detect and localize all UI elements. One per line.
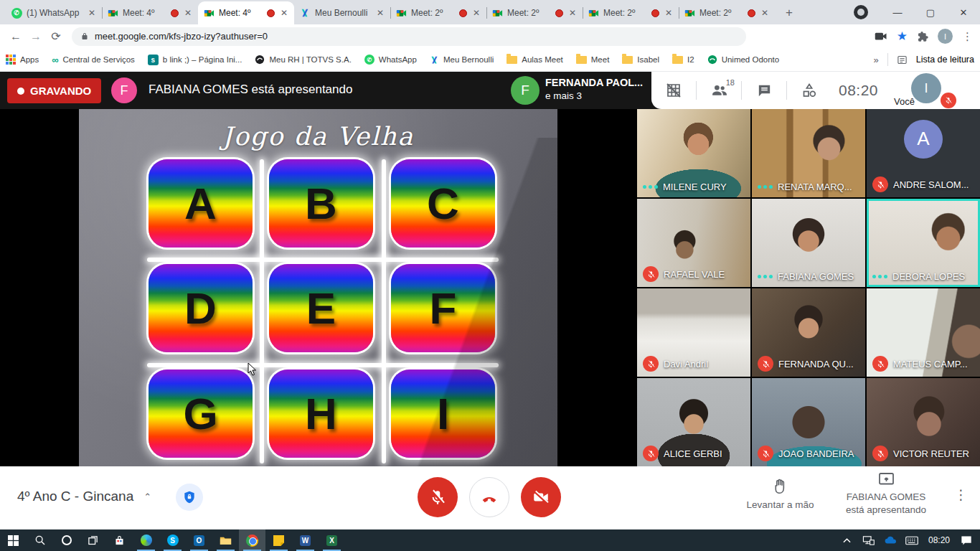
recording-dot-icon bbox=[459, 9, 467, 17]
tab-meet-2-4[interactable]: Meet: 2º ✕ bbox=[679, 1, 775, 24]
participant-tile[interactable]: VICTOR REUTER bbox=[867, 378, 980, 466]
cortana-button[interactable] bbox=[53, 529, 80, 551]
meeting-safety-button[interactable] bbox=[176, 484, 203, 511]
bernoulli-icon bbox=[299, 7, 311, 19]
forward-icon[interactable]: → bbox=[26, 30, 46, 43]
layout-grid-off-button[interactable] bbox=[651, 72, 696, 109]
skype-button[interactable]: S bbox=[159, 529, 186, 551]
participant-tile[interactable]: RAFAEL VALE bbox=[637, 199, 750, 287]
bookmark-folder-isabel[interactable]: Isabel bbox=[622, 55, 659, 64]
bookmarks-overflow-icon[interactable]: » bbox=[873, 55, 878, 65]
reading-list-label[interactable]: Lista de leitura bbox=[916, 55, 974, 65]
participant-tile[interactable]: ALICE GERBI bbox=[637, 378, 750, 466]
mic-muted-icon bbox=[872, 356, 888, 372]
divider bbox=[887, 53, 888, 66]
meeting-name[interactable]: 4º Ano C - Gincana ⌃ bbox=[17, 489, 151, 504]
tab-label: (1) WhatsApp bbox=[27, 8, 83, 18]
bookmark-bernoulli[interactable]: Meu Bernoulli bbox=[430, 55, 494, 65]
participants-button[interactable]: 18 bbox=[697, 72, 741, 109]
participant-tile[interactable]: RENATA MARQ... bbox=[752, 109, 865, 197]
tab-close-icon[interactable]: ✕ bbox=[471, 8, 481, 18]
microsoft-store-button[interactable] bbox=[106, 529, 133, 551]
bookmark-central-servicos[interactable]: ∞ Central de Serviços bbox=[52, 55, 135, 65]
self-view-tile[interactable]: I Você bbox=[888, 72, 957, 109]
raise-hand-button[interactable]: Levantar a mão bbox=[728, 477, 832, 512]
extensions-icon[interactable] bbox=[917, 31, 928, 42]
close-button[interactable]: ✕ bbox=[947, 0, 980, 24]
present-icon bbox=[877, 472, 895, 488]
reload-icon[interactable]: ⟳ bbox=[46, 29, 66, 43]
taskbar-clock[interactable]: 08:20 bbox=[923, 535, 956, 545]
camera-off-button[interactable] bbox=[521, 477, 561, 517]
participant-tile[interactable]: MILENE CURY bbox=[637, 109, 750, 197]
participant-tile[interactable]: FABIANA GOMES bbox=[752, 199, 865, 287]
more-options-icon[interactable]: ⋮ bbox=[954, 486, 968, 503]
excel-button[interactable]: X bbox=[319, 529, 345, 551]
bookmark-folder-aulas-meet[interactable]: Aulas Meet bbox=[507, 55, 563, 64]
participant-tile[interactable]: MATEUS CAMP... bbox=[867, 288, 980, 377]
word-button[interactable]: W bbox=[292, 529, 319, 551]
minimize-button[interactable]: — bbox=[881, 0, 914, 24]
tab-whatsapp[interactable]: ✆ (1) WhatsApp ✕ bbox=[6, 1, 102, 24]
maximize-button[interactable]: ▢ bbox=[914, 0, 947, 24]
tab-close-icon[interactable]: ✕ bbox=[567, 8, 578, 18]
bookmark-star-icon[interactable]: ★ bbox=[897, 29, 908, 44]
participant-tile[interactable]: Davi Andril bbox=[637, 288, 750, 377]
chrome-button[interactable] bbox=[239, 529, 265, 551]
tab-close-icon[interactable]: ✕ bbox=[375, 8, 385, 18]
tab-close-icon[interactable]: ✕ bbox=[279, 8, 289, 18]
tab-close-icon[interactable]: ✕ bbox=[87, 8, 97, 18]
hang-up-button[interactable] bbox=[469, 477, 509, 517]
tab-close-icon[interactable]: ✕ bbox=[760, 8, 770, 18]
bookmark-folder-i2[interactable]: I2 bbox=[672, 55, 694, 64]
network-icon[interactable] bbox=[858, 529, 880, 551]
browser-profile-icon[interactable] bbox=[854, 5, 868, 19]
new-tab-button[interactable]: + bbox=[779, 3, 799, 23]
file-explorer-button[interactable] bbox=[212, 529, 239, 551]
participant-name: ANDRE SALOM... bbox=[893, 179, 969, 190]
tab-meet-2-3[interactable]: Meet: 2º ✕ bbox=[583, 1, 679, 24]
participant-tile[interactable]: A ANDRE SALOM... bbox=[867, 109, 980, 197]
bookmark-meu-rh[interactable]: Meu RH | TOTVS S.A. bbox=[255, 55, 351, 65]
bookmark-whatsapp[interactable]: ✆ WhatsApp bbox=[364, 55, 417, 65]
tab-meet-2-1[interactable]: Meet: 2º ✕ bbox=[390, 1, 486, 24]
outlook-button[interactable]: O bbox=[186, 529, 212, 551]
tab-close-icon[interactable]: ✕ bbox=[183, 8, 193, 18]
start-button[interactable] bbox=[0, 529, 27, 551]
unimed-icon bbox=[707, 55, 717, 65]
activities-button[interactable] bbox=[787, 72, 831, 109]
browser-menu-icon[interactable]: ⋮ bbox=[962, 30, 973, 43]
tab-meet-4-1[interactable]: Meet: 4º ✕ bbox=[102, 1, 198, 24]
tab-meet-2-2[interactable]: Meet: 2º ✕ bbox=[486, 1, 583, 24]
tab-bernoulli[interactable]: Meu Bernoulli ✕ bbox=[294, 1, 390, 24]
sticky-notes-button[interactable] bbox=[265, 529, 292, 551]
presenting-status[interactable]: FABIANA GOMESestá apresentando bbox=[832, 472, 940, 517]
reading-list-icon[interactable] bbox=[897, 55, 908, 65]
bookmark-unimed[interactable]: Unimed Odonto bbox=[707, 55, 780, 65]
url-input[interactable]: meet.google.com/kfs-jbzo-izy?authuser=0 bbox=[72, 27, 746, 46]
mic-muted-icon bbox=[872, 446, 888, 461]
address-bar: ← → ⟳ meet.google.com/kfs-jbzo-izy?authu… bbox=[0, 24, 980, 48]
back-icon[interactable]: ← bbox=[6, 30, 26, 43]
mic-mute-button[interactable] bbox=[418, 477, 458, 517]
participant-tile[interactable]: FERNANDA QU... bbox=[752, 288, 865, 377]
tab-close-icon[interactable]: ✕ bbox=[664, 8, 674, 18]
chat-button[interactable] bbox=[742, 72, 786, 109]
tab-label: Meet: 2º bbox=[603, 8, 647, 18]
touch-keyboard-icon[interactable] bbox=[901, 529, 923, 551]
search-button[interactable] bbox=[27, 529, 53, 551]
media-camera-icon[interactable] bbox=[875, 32, 887, 42]
participant-tile-active-speaker[interactable]: DEBORA LOPES bbox=[867, 199, 980, 287]
onedrive-icon[interactable] bbox=[880, 529, 901, 551]
task-view-button[interactable] bbox=[80, 529, 106, 551]
bookmark-folder-meet[interactable]: Meet bbox=[576, 55, 610, 64]
participant-tile[interactable]: JOAO BANDEIRA bbox=[752, 378, 865, 466]
bookmark-blink[interactable]: s b link ;) – Página Ini... bbox=[148, 55, 242, 65]
tab-meet-4-active[interactable]: Meet: 4º ✕ bbox=[198, 1, 294, 24]
edge-button[interactable] bbox=[133, 529, 159, 551]
tray-expand-icon[interactable] bbox=[837, 529, 858, 551]
action-center-icon[interactable] bbox=[956, 529, 977, 551]
activities-icon bbox=[801, 82, 818, 99]
profile-avatar[interactable]: I bbox=[938, 29, 953, 44]
bookmark-apps[interactable]: Apps bbox=[6, 55, 39, 65]
